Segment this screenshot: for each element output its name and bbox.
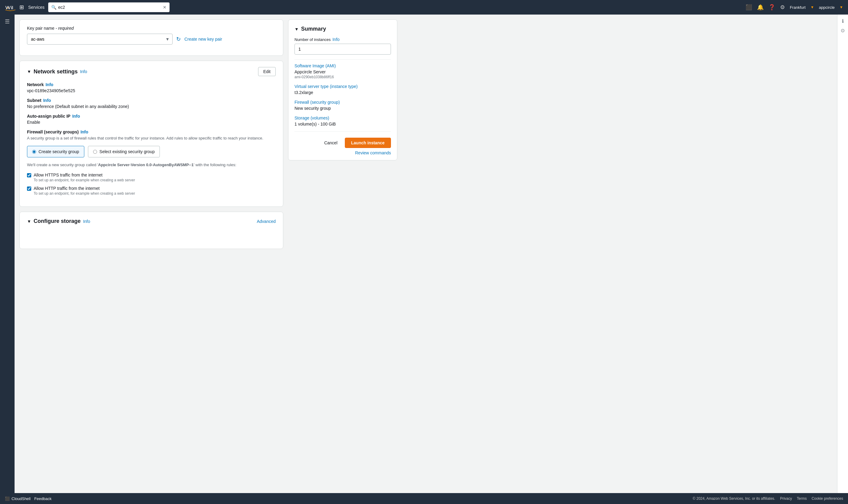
firewall-field: Firewall (security groups) Info A securi… (27, 129, 276, 196)
bell-icon[interactable]: 🔔 (757, 4, 764, 11)
summary-divider-1 (294, 59, 391, 60)
network-settings-header: ▼ Network settings Info Edit (27, 67, 276, 76)
summary-firewall-field: Firewall (security group) New security g… (294, 100, 391, 111)
instances-info-link[interactable]: Info (332, 37, 339, 42)
network-settings-header-left: ▼ Network settings Info (27, 69, 87, 75)
subnet-label: Subnet Info (27, 98, 276, 103)
software-image-id: ami-0290eb1038b86ff16 (294, 75, 391, 79)
keypair-section: Key pair name - required ac-aws default … (19, 19, 283, 56)
summary-title: Summary (301, 26, 326, 32)
number-of-instances-label: Number of instances Info (294, 37, 391, 42)
bottom-bar: ⬛ CloudShell Feedback © 2024, Amazon Web… (0, 493, 848, 504)
info-side-icon[interactable]: ℹ (842, 18, 844, 24)
auto-assign-label: Auto-assign public IP Info (27, 114, 276, 119)
terminal-icon[interactable]: ⬛ (745, 4, 752, 11)
network-settings-edit-button[interactable]: Edit (258, 67, 276, 76)
storage-content-placeholder (27, 231, 276, 242)
configure-storage-section: ▼ Configure storage Info Advanced (19, 212, 283, 249)
subnet-value: No preference (Default subnet in any ava… (27, 104, 276, 109)
security-group-options: Create security group Select existing se… (27, 146, 276, 157)
help-icon[interactable]: ❓ (769, 4, 775, 11)
launch-instance-button[interactable]: Launch instance (345, 138, 391, 148)
summary-storage-value: 1 volume(s) - 100 GiB (294, 122, 391, 126)
http-checkbox[interactable] (27, 186, 31, 191)
software-image-link[interactable]: Software Image (AMI) (294, 64, 391, 68)
summary-divider-2 (294, 131, 391, 132)
https-label-group: Allow HTTPS traffic from the internet To… (34, 173, 135, 182)
nav-right-actions: ⬛ 🔔 ❓ ⚙ Frankfurt ▼ appcircle ▼ (745, 4, 843, 11)
summary-storage-link[interactable]: Storage (volumes) (294, 115, 391, 120)
number-of-instances-field: Number of instances Info (294, 37, 391, 55)
left-content: Key pair name - required ac-aws default … (19, 19, 283, 499)
storage-collapse-icon[interactable]: ▼ (27, 219, 31, 224)
https-checkbox[interactable] (27, 173, 31, 177)
history-side-icon[interactable]: ⊙ (841, 28, 845, 33)
create-sg-radio[interactable] (32, 150, 36, 154)
auto-assign-info-link[interactable]: Info (72, 114, 80, 119)
sidebar-toggle: ☰ (0, 15, 15, 504)
feedback-button[interactable]: Feedback (34, 497, 52, 501)
select-sg-option[interactable]: Select existing security group (88, 146, 160, 157)
instance-type-field: Virtual server type (instance type) t3.2… (294, 84, 391, 95)
network-value: vpc-0189e234905e5e525 (27, 88, 276, 93)
firewall-info-link[interactable]: Info (80, 129, 88, 134)
sg-creation-note: We'll create a new security group called… (27, 162, 276, 168)
summary-storage-field: Storage (volumes) 1 volume(s) - 100 GiB (294, 115, 391, 126)
clear-search-icon[interactable]: ✕ (163, 5, 166, 10)
account-selector[interactable]: appcircle (819, 5, 835, 10)
select-sg-label: Select existing security group (100, 149, 155, 154)
summary-title-row: ▼ Summary (294, 26, 391, 32)
configure-storage-info-link[interactable]: Info (83, 219, 90, 224)
search-input[interactable] (58, 5, 161, 10)
footer-right: © 2024, Amazon Web Services, Inc. or its… (693, 497, 843, 501)
instance-type-link[interactable]: Virtual server type (instance type) (294, 84, 391, 89)
action-row: Cancel Launch instance (294, 138, 391, 148)
search-icon: 🔍 (51, 5, 56, 10)
https-label: Allow HTTPS traffic from the internet (34, 173, 135, 177)
settings-icon[interactable]: ⚙ (780, 4, 785, 11)
terms-link[interactable]: Terms (797, 497, 807, 501)
hamburger-icon[interactable]: ☰ (5, 18, 10, 25)
services-nav-label[interactable]: Services (28, 5, 44, 10)
instances-count-input[interactable] (294, 44, 391, 55)
region-selector[interactable]: Frankfurt (790, 5, 806, 10)
http-label-group: Allow HTTP traffic from the internet To … (34, 186, 135, 196)
cancel-button[interactable]: Cancel (319, 138, 342, 148)
copyright-text: © 2024, Amazon Web Services, Inc. or its… (693, 497, 775, 501)
refresh-keypair-button[interactable]: ↻ (176, 36, 181, 42)
configure-storage-advanced-link[interactable]: Advanced (257, 219, 276, 224)
select-sg-radio[interactable] (93, 150, 97, 154)
cloudshell-button[interactable]: ⬛ CloudShell (5, 497, 31, 501)
create-sg-option[interactable]: Create security group (27, 146, 84, 157)
grid-icon[interactable]: ⊞ (19, 4, 24, 11)
create-keypair-link[interactable]: Create new key pair (184, 37, 222, 41)
network-info-link[interactable]: Info (46, 82, 53, 87)
keypair-select-wrapper: ac-aws default my-key ▼ (27, 34, 173, 44)
auto-assign-value: Enable (27, 120, 276, 125)
https-sublabel: To set up an endpoint, for example when … (34, 178, 135, 182)
keypair-field: Key pair name - required ac-aws default … (27, 26, 276, 44)
cloudshell-icon: ⬛ (5, 497, 10, 501)
search-box[interactable]: 🔍 ✕ (48, 2, 169, 12)
auto-assign-field: Auto-assign public IP Info Enable (27, 114, 276, 125)
software-image-name: Appcircle Server (294, 69, 391, 74)
subnet-info-link[interactable]: Info (43, 98, 51, 103)
network-settings-title: Network settings (34, 69, 78, 75)
summary-collapse-icon[interactable]: ▼ (294, 27, 299, 32)
aws-logo[interactable] (5, 2, 16, 13)
summary-firewall-link[interactable]: Firewall (security group) (294, 100, 391, 105)
cookie-link[interactable]: Cookie preferences (812, 497, 843, 501)
configure-storage-title: Configure storage (34, 218, 81, 224)
network-settings-section: ▼ Network settings Info Edit Network Inf… (19, 61, 283, 207)
network-field: Network Info vpc-0189e234905e5e525 (27, 82, 276, 93)
firewall-description: A security group is a set of firewall ru… (27, 136, 276, 141)
collapse-icon[interactable]: ▼ (27, 69, 31, 74)
top-navigation: ⊞ Services 🔍 ✕ ⬛ 🔔 ❓ ⚙ Frankfurt ▼ appci… (0, 0, 848, 15)
keypair-select[interactable]: ac-aws default my-key (27, 34, 173, 44)
privacy-link[interactable]: Privacy (780, 497, 792, 501)
summary-firewall-value: New security group (294, 106, 391, 111)
network-settings-info-link[interactable]: Info (80, 69, 87, 74)
create-sg-label: Create security group (38, 149, 79, 154)
review-commands-link[interactable]: Review commands (294, 150, 391, 155)
http-sublabel: To set up an endpoint, for example when … (34, 191, 135, 196)
